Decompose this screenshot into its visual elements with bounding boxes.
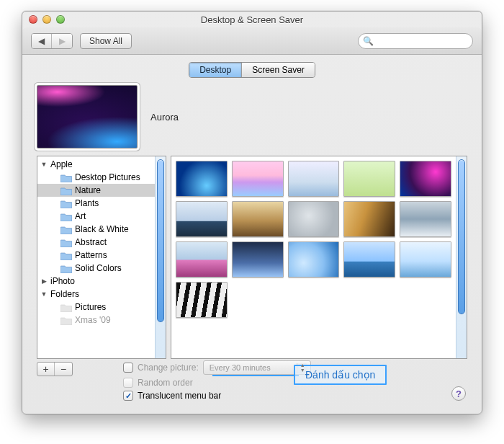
checkbox-random-order <box>123 378 133 388</box>
thumbnail-grid-box <box>171 156 467 359</box>
item-label: Xmas '09 <box>75 315 111 325</box>
source-item[interactable]: Abstract <box>37 236 155 249</box>
popup-arrows-icon: ▲▼ <box>300 363 305 373</box>
item-label: Solid Colors <box>75 263 122 273</box>
wallpaper-thumbnail[interactable] <box>288 161 340 197</box>
wallpaper-thumbnail[interactable] <box>343 241 395 278</box>
source-item[interactable]: Desktop Pictures <box>37 171 155 184</box>
split-pane: AppleDesktop PicturesNaturePlantsArtBlac… <box>22 156 482 359</box>
source-item[interactable]: Pictures <box>37 301 155 314</box>
source-group[interactable]: iPhoto <box>37 275 155 288</box>
disclosure-triangle-icon[interactable] <box>40 161 48 168</box>
source-item[interactable]: Patterns <box>37 249 155 262</box>
annotation-leader-line <box>212 375 299 376</box>
current-wallpaper-row: Aurora <box>22 81 482 156</box>
item-label: Black & White <box>75 224 129 234</box>
scroll-thumb[interactable] <box>157 159 164 322</box>
help-button[interactable]: ? <box>451 386 466 401</box>
folder-icon <box>60 238 72 247</box>
folder-icon <box>60 225 72 234</box>
label-random-order: Random order <box>138 378 193 388</box>
item-label: Art <box>75 211 86 221</box>
tab-bar: Desktop Screen Saver <box>22 55 482 81</box>
chevron-left-icon: ◀ <box>38 36 45 46</box>
group-label: Apple <box>50 159 73 169</box>
wallpaper-thumbnail[interactable] <box>400 241 451 278</box>
wallpaper-thumbnail[interactable] <box>232 201 284 237</box>
back-button[interactable]: ◀ <box>32 34 52 48</box>
opt-translucent-row: ✓ Translucent menu bar <box>123 391 311 401</box>
item-label: Plants <box>75 198 99 208</box>
label-change-picture: Change picture: <box>138 363 199 373</box>
source-item[interactable]: Nature <box>37 184 155 197</box>
item-label: Patterns <box>75 250 107 260</box>
item-label: Nature <box>75 185 101 195</box>
source-list-box: AppleDesktop PicturesNaturePlantsArtBlac… <box>37 156 166 359</box>
toolbar: ◀ ▶ Show All 🔍 <box>22 27 482 55</box>
disclosure-triangle-icon[interactable] <box>40 290 48 298</box>
folder-icon <box>60 173 72 182</box>
folder-icon <box>60 251 72 260</box>
source-item[interactable]: Black & White <box>37 223 155 236</box>
wallpaper-name: Aurora <box>150 112 179 123</box>
checkbox-change-picture[interactable] <box>123 363 133 373</box>
source-item[interactable]: Solid Colors <box>37 262 155 275</box>
wallpaper-thumbnail[interactable] <box>232 161 284 197</box>
wallpaper-thumbnail[interactable] <box>343 201 395 237</box>
wallpaper-thumbnail[interactable] <box>176 161 228 197</box>
show-all-button[interactable]: Show All <box>80 33 132 49</box>
wallpaper-thumbnail[interactable] <box>176 201 228 237</box>
source-list[interactable]: AppleDesktop PicturesNaturePlantsArtBlac… <box>37 156 155 358</box>
opt-random-order-row: Random order <box>123 378 311 388</box>
wallpaper-thumbnail[interactable] <box>400 161 451 197</box>
search-input[interactable] <box>358 33 473 49</box>
chevron-right-icon: ▶ <box>59 36 66 46</box>
nav-back-forward: ◀ ▶ <box>31 33 73 49</box>
scroll-thumb[interactable] <box>458 159 465 314</box>
footer: + − Change picture: Every 30 minutes ▲▼ … <box>22 359 482 414</box>
source-item[interactable]: Xmas '09 <box>37 314 155 327</box>
tab-screensaver[interactable]: Screen Saver <box>242 63 315 77</box>
source-group[interactable]: Apple <box>37 158 155 171</box>
folder-icon <box>60 199 72 208</box>
wallpaper-thumbnail[interactable] <box>176 241 228 278</box>
folder-icon <box>60 303 72 312</box>
titlebar: Desktop & Screen Saver <box>22 12 482 27</box>
window-title: Desktop & Screen Saver <box>22 14 482 25</box>
source-item[interactable]: Plants <box>37 197 155 210</box>
folder-icon <box>60 212 72 221</box>
source-item[interactable]: Art <box>37 210 155 223</box>
opt-change-picture-row: Change picture: Every 30 minutes ▲▼ <box>123 360 311 375</box>
checkbox-translucent-menubar[interactable]: ✓ <box>123 391 133 401</box>
add-folder-button[interactable]: + <box>37 363 55 376</box>
wallpaper-thumbnail[interactable] <box>400 201 451 237</box>
group-label: Folders <box>50 289 79 299</box>
wallpaper-preview <box>37 85 138 148</box>
add-remove-segment: + − <box>37 362 73 376</box>
source-group[interactable]: Folders <box>37 288 155 301</box>
search-field-wrap: 🔍 <box>358 33 473 49</box>
search-icon: 🔍 <box>363 36 374 46</box>
group-label: iPhoto <box>50 276 75 286</box>
options: Change picture: Every 30 minutes ▲▼ Rand… <box>123 360 311 401</box>
wallpaper-thumbnail[interactable] <box>343 161 395 197</box>
tab-desktop[interactable]: Desktop <box>189 63 242 77</box>
sidebar-scrollbar[interactable] <box>155 156 166 358</box>
remove-folder-button[interactable]: − <box>55 363 72 376</box>
item-label: Pictures <box>75 302 106 312</box>
folder-icon <box>60 316 72 325</box>
disclosure-triangle-icon[interactable] <box>40 278 48 285</box>
wallpaper-thumbnail[interactable] <box>288 201 340 237</box>
item-label: Desktop Pictures <box>75 172 140 182</box>
annotation-callout: Đánh dấu chọn <box>294 365 387 385</box>
grid-scrollbar[interactable] <box>456 156 467 358</box>
wallpaper-thumbnail[interactable] <box>288 241 340 278</box>
label-translucent-menubar: Translucent menu bar <box>138 391 221 401</box>
thumbnail-grid[interactable] <box>171 156 456 358</box>
forward-button[interactable]: ▶ <box>52 34 72 48</box>
folder-icon <box>60 186 72 195</box>
wallpaper-thumbnail[interactable] <box>232 241 284 278</box>
prefpane-window: Desktop & Screen Saver ◀ ▶ Show All 🔍 De… <box>22 11 482 414</box>
wallpaper-thumbnail[interactable] <box>176 282 228 318</box>
item-label: Abstract <box>75 237 107 247</box>
